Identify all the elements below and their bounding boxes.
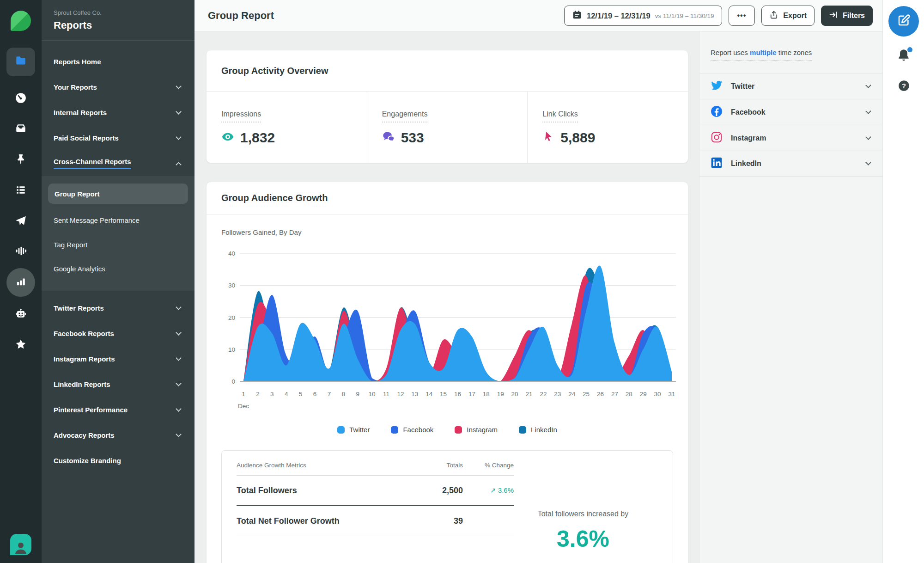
network-label: LinkedIn (731, 159, 866, 168)
chat-bubbles-icon (382, 130, 395, 145)
network-row-facebook[interactable]: Facebook (699, 99, 882, 125)
notifications-button[interactable] (896, 48, 911, 65)
sidebar-item-instagram-reports[interactable]: Instagram Reports (42, 346, 195, 372)
network-row-instagram[interactable]: Instagram (699, 125, 882, 151)
svg-text:31: 31 (668, 391, 675, 398)
filters-button[interactable]: Filters (821, 6, 873, 26)
rail-gauge-button[interactable] (15, 92, 27, 106)
waveform-icon (15, 245, 27, 259)
svg-text:Dec: Dec (238, 403, 249, 410)
avatar[interactable] (10, 534, 31, 555)
svg-text:30: 30 (654, 391, 661, 398)
sidebar-subitem-group-report[interactable]: Group Report (48, 184, 188, 204)
more-actions-button[interactable]: ••• (729, 6, 755, 26)
growth-summary-text: Total followers increased by (505, 510, 662, 518)
folder-icon (15, 55, 27, 69)
svg-text:7: 7 (328, 391, 331, 398)
svg-text:10: 10 (369, 391, 376, 398)
sidebar-item-linkedin-reports[interactable]: LinkedIn Reports (42, 372, 195, 397)
filters-label: Filters (843, 12, 865, 20)
svg-text:23: 23 (554, 391, 561, 398)
sidebar-item-label: Facebook Reports (54, 330, 114, 337)
table-header-change: % Change (463, 462, 514, 469)
svg-text:19: 19 (497, 391, 504, 398)
export-button[interactable]: Export (761, 6, 815, 26)
utility-rail: ? (882, 0, 924, 563)
svg-text:8: 8 (342, 391, 346, 398)
svg-text:20: 20 (511, 391, 518, 398)
cross-channel-submenu: Group ReportSent Message PerformanceTag … (42, 176, 195, 291)
sidebar-subitem-label: Group Report (55, 190, 100, 198)
rail-inbox-button[interactable] (15, 122, 27, 136)
metric-engagements: Engagements533 (367, 92, 528, 163)
chevron-down-icon (176, 431, 182, 437)
help-button[interactable]: ? (898, 80, 910, 94)
sidebar-subitem-google-analytics[interactable]: Google Analytics (42, 258, 195, 279)
date-range-button[interactable]: 12/1/19 – 12/31/19 vs 11/1/19 – 11/30/19 (564, 6, 722, 26)
pin-icon (15, 153, 27, 167)
rail-paper-plane-button[interactable] (15, 215, 27, 229)
bar-chart-icon (15, 275, 27, 289)
sidebar-item-label: Instagram Reports (54, 355, 115, 363)
sidebar-subitem-tag-report[interactable]: Tag Report (42, 234, 195, 255)
sprout-logo[interactable] (11, 11, 31, 31)
svg-text:25: 25 (583, 391, 590, 398)
sidebar-item-reports-home[interactable]: Reports Home (42, 49, 195, 74)
sidebar-item-label: Cross-Channel Reports (54, 158, 131, 169)
network-row-linkedin[interactable]: LinkedIn (699, 151, 882, 177)
rail-star-button[interactable] (15, 338, 27, 352)
legend-swatch (391, 426, 398, 434)
rail-pin-button[interactable] (15, 153, 27, 167)
sidebar-item-customize-branding[interactable]: Customize Branding (42, 448, 195, 473)
user-avatar-image (10, 534, 31, 555)
chevron-down-icon (865, 82, 871, 88)
rail-list-button[interactable] (15, 184, 27, 198)
sidebar-item-cross-channel-reports[interactable]: Cross-Channel Reports (42, 151, 195, 176)
sidebar-item-pinterest-performance[interactable]: Pinterest Performance (42, 397, 195, 422)
metric-label[interactable]: Link Clicks (542, 110, 578, 122)
eye-icon (221, 130, 234, 145)
metric-label[interactable]: Engagements (382, 110, 428, 122)
sidebar-item-label: Your Reports (54, 83, 97, 91)
sidebar-subitem-sent-message-performance[interactable]: Sent Message Performance (42, 210, 152, 231)
chevron-down-icon (176, 304, 182, 310)
compose-button[interactable] (888, 6, 919, 37)
sidebar-nav-bottom: Twitter ReportsFacebook ReportsInstagram… (42, 291, 195, 473)
legend-label: Instagram (467, 426, 498, 434)
sidebar-subitem-label: Sent Message Performance (54, 214, 140, 226)
row-total: 39 (403, 516, 463, 526)
gauge-icon (15, 92, 27, 106)
rail-waveform-button[interactable] (15, 245, 27, 259)
svg-text:18: 18 (483, 391, 490, 398)
rail-bar-chart-button[interactable] (6, 268, 35, 297)
legend-item-linkedin: LinkedIn (519, 426, 557, 434)
robot-icon (15, 308, 27, 322)
svg-text:22: 22 (540, 391, 547, 398)
network-row-twitter[interactable]: Twitter (699, 73, 882, 99)
svg-text:11: 11 (383, 391, 389, 398)
legend-swatch (337, 426, 345, 434)
network-label: Facebook (731, 108, 866, 116)
svg-text:30: 30 (228, 282, 235, 289)
network-label: Instagram (731, 134, 866, 142)
timezone-multiple-link[interactable]: multiple (750, 49, 777, 56)
sidebar-item-twitter-reports[interactable]: Twitter Reports (42, 295, 195, 321)
row-change: ↗ 3.6% (463, 486, 514, 495)
chevron-down-icon (176, 83, 182, 89)
sidebar-item-internal-reports[interactable]: Internal Reports (42, 100, 195, 125)
sidebar-item-facebook-reports[interactable]: Facebook Reports (42, 321, 195, 346)
metric-label[interactable]: Impressions (221, 110, 261, 122)
sidebar-item-your-reports[interactable]: Your Reports (42, 74, 195, 100)
svg-text:1: 1 (242, 391, 245, 398)
active-square-highlight (6, 48, 35, 76)
svg-text:26: 26 (597, 391, 604, 398)
rail-folder-button[interactable] (6, 48, 35, 76)
sidebar-item-paid-social-reports[interactable]: Paid Social Reports (42, 125, 195, 151)
overview-card-header: Group Activity Overview (207, 50, 688, 92)
rail-robot-button[interactable] (15, 308, 27, 322)
svg-text:3: 3 (270, 391, 274, 398)
sidebar-item-advocacy-reports[interactable]: Advocacy Reports (42, 422, 195, 448)
svg-text:0: 0 (231, 378, 235, 385)
chevron-down-icon (176, 109, 182, 115)
audience-growth-table: Audience Growth Metrics Totals % Change … (237, 462, 514, 536)
